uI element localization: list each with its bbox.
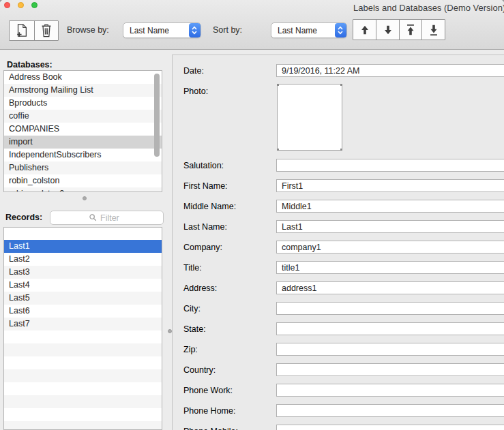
record-row-filler <box>4 421 162 430</box>
previous-record-button[interactable] <box>353 20 376 40</box>
date-label: Date: <box>183 66 204 76</box>
browse-by-label: Browse by: <box>67 25 109 35</box>
database-row[interactable]: Bproducts <box>4 97 162 110</box>
record-row[interactable]: Last5 <box>4 292 162 305</box>
zip-label: Zip: <box>183 345 198 354</box>
record-row[interactable]: Last3 <box>4 266 162 279</box>
phone-mobile-field[interactable] <box>276 425 504 430</box>
phone-work-label: Phone Work: <box>183 386 233 395</box>
title-field[interactable] <box>276 261 504 274</box>
sort-by-label: Sort by: <box>213 25 242 35</box>
databases-label: Databases: <box>7 60 53 70</box>
record-row-filler <box>4 343 162 356</box>
record-row-filler <box>4 395 162 408</box>
city-field[interactable] <box>276 302 504 315</box>
salutation-field[interactable] <box>276 159 504 172</box>
company-field[interactable] <box>276 241 504 254</box>
resize-handle <box>277 84 279 86</box>
last-name-field[interactable] <box>276 220 504 233</box>
database-row[interactable]: Address Book <box>4 71 162 84</box>
record-detail-panel: Date: Photo: Salutation: First Name: Mid… <box>172 55 504 430</box>
last-name-label: Last Name: <box>183 222 227 232</box>
record-row-filler <box>4 356 162 369</box>
database-row[interactable]: robin_colston <box>4 174 162 187</box>
databases-list: Address Book Armstrong Mailing List Bpro… <box>3 70 162 192</box>
record-actions-group <box>9 20 59 41</box>
window-title: Labels and Databases (Demo Version) <box>353 3 504 13</box>
record-row[interactable]: Last2 <box>4 253 162 266</box>
browse-by-select[interactable]: Last Name <box>123 22 201 38</box>
records-list: Last1 Last2 Last3 Last4 Last5 Last6 Last… <box>3 227 162 430</box>
database-row[interactable]: IndependentSubscribers <box>4 149 162 162</box>
last-record-button[interactable] <box>421 20 445 40</box>
country-field[interactable] <box>276 363 504 376</box>
first-name-field[interactable] <box>276 179 504 192</box>
state-field[interactable] <box>276 322 504 335</box>
first-record-button[interactable] <box>399 20 422 40</box>
photo-well[interactable] <box>277 84 342 151</box>
records-filter-field[interactable] <box>50 211 164 225</box>
records-label: Records: <box>5 213 42 222</box>
browse-by-value: Last Name <box>123 26 189 35</box>
resize-handle <box>340 84 342 86</box>
minimize-button[interactable] <box>18 2 24 8</box>
search-icon <box>89 213 98 222</box>
record-row-filler <box>4 382 162 395</box>
salutation-label: Salutation: <box>183 161 224 170</box>
record-row-filler <box>4 331 162 343</box>
sort-by-select[interactable]: Last Name <box>271 22 347 38</box>
city-label: City: <box>183 304 201 313</box>
new-document-icon <box>15 23 29 38</box>
database-row-selected[interactable]: import <box>4 136 162 149</box>
record-row[interactable]: Last4 <box>4 279 162 292</box>
arrow-down-to-line-icon <box>428 23 440 37</box>
chevron-up-down-icon <box>189 23 201 37</box>
splitter-handle[interactable] <box>83 196 87 200</box>
arrow-down-icon <box>382 23 394 37</box>
phone-home-label: Phone Home: <box>183 406 235 416</box>
scrollbar-thumb[interactable] <box>154 74 160 157</box>
filter-input[interactable] <box>100 213 125 223</box>
titlebar-toolbar: Labels and Databases (Demo Version) <box>0 0 504 50</box>
company-label: Company: <box>183 243 222 252</box>
record-row-empty[interactable] <box>4 228 162 240</box>
photo-label: Photo: <box>183 87 208 96</box>
zip-field[interactable] <box>276 343 504 356</box>
address-field[interactable] <box>276 281 504 294</box>
record-navigation-group <box>353 19 445 40</box>
next-record-button[interactable] <box>376 20 399 40</box>
database-row[interactable]: COMPANIES <box>4 123 162 136</box>
phone-mobile-label: Phone Mobile: <box>183 427 238 430</box>
phone-home-field[interactable] <box>276 404 504 417</box>
middle-name-field[interactable] <box>276 200 504 213</box>
resize-handle <box>277 149 279 151</box>
database-row[interactable]: Publishers <box>4 162 162 174</box>
database-row[interactable]: robin_colston2 <box>4 187 162 192</box>
middle-name-label: Middle Name: <box>183 202 236 211</box>
record-row-filler <box>4 408 162 421</box>
new-record-button[interactable] <box>10 21 34 40</box>
database-row[interactable]: coffie <box>4 110 162 123</box>
arrow-up-icon <box>359 23 371 37</box>
phone-work-field[interactable] <box>276 384 504 397</box>
record-row-filler <box>4 369 162 382</box>
country-label: Country: <box>183 365 216 375</box>
record-row[interactable]: Last7 <box>4 318 162 331</box>
address-label: Address: <box>183 283 217 293</box>
app-window: Labels and Databases (Demo Version) <box>0 0 504 430</box>
state-label: State: <box>183 324 206 334</box>
close-button[interactable] <box>4 2 10 8</box>
date-field[interactable] <box>276 64 504 77</box>
record-row-selected[interactable]: Last1 <box>4 240 162 253</box>
zoom-button[interactable] <box>31 2 38 8</box>
resize-handle <box>340 149 342 151</box>
trash-icon <box>40 23 53 38</box>
chevron-up-down-icon <box>335 23 346 37</box>
first-name-label: First Name: <box>183 181 228 191</box>
delete-record-button[interactable] <box>34 21 59 40</box>
record-row[interactable]: Last6 <box>4 305 162 318</box>
database-row[interactable]: Armstrong Mailing List <box>4 84 162 97</box>
arrow-up-to-line-icon <box>404 23 417 37</box>
title-label: Title: <box>183 263 202 273</box>
sort-by-value: Last Name <box>271 26 335 35</box>
